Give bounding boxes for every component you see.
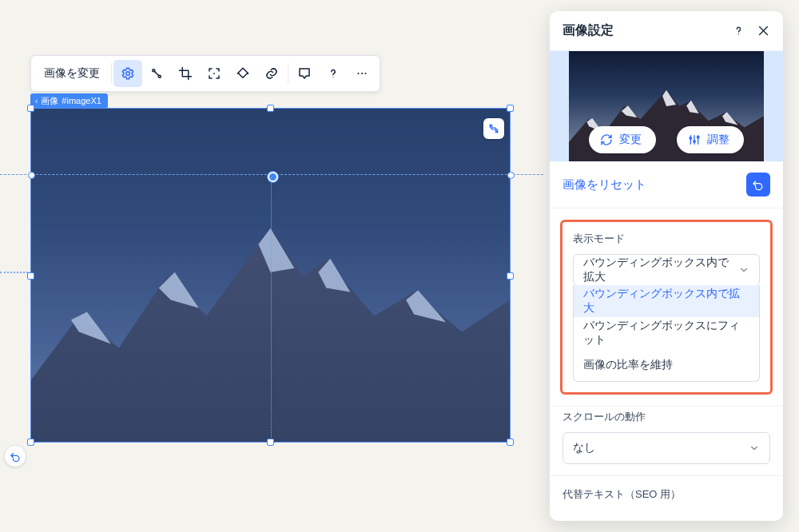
change-image-pill[interactable]: 変更	[589, 126, 656, 153]
help-icon[interactable]	[319, 60, 348, 87]
change-image-button[interactable]: 画像を変更	[34, 60, 109, 87]
svg-point-7	[364, 73, 366, 74]
reset-icon-button[interactable]	[746, 173, 770, 197]
settings-icon[interactable]	[113, 60, 142, 87]
svg-point-6	[361, 73, 363, 74]
more-icon[interactable]	[348, 60, 376, 87]
chevron-down-icon	[749, 443, 760, 454]
comment-icon[interactable]	[290, 60, 319, 87]
scroll-behavior-select[interactable]: なし	[562, 432, 770, 464]
display-mode-option[interactable]: バウンディングボックス内で拡大	[574, 285, 759, 317]
undo-button[interactable]	[4, 445, 26, 467]
link-icon[interactable]	[257, 60, 286, 87]
separator	[111, 63, 112, 84]
display-mode-option[interactable]: バウンディングボックスにフィット	[574, 317, 759, 349]
adjust-image-pill[interactable]: 調整	[677, 126, 744, 153]
close-icon[interactable]	[757, 24, 770, 38]
image-preview: 変更 調整	[550, 51, 783, 161]
focal-handle[interactable]	[268, 172, 278, 182]
separator	[288, 63, 288, 84]
scroll-behavior-value: なし	[573, 441, 595, 455]
adjust-pill-label: 調整	[707, 133, 729, 147]
display-mode-value: バウンディングボックス内で拡大	[583, 256, 738, 284]
alt-text-label: 代替テキスト（SEO 用）	[562, 487, 770, 502]
animation-icon[interactable]	[142, 60, 171, 87]
resize-handle-tr[interactable]	[507, 105, 514, 112]
svg-point-5	[357, 73, 359, 74]
alt-text-section: 代替テキスト（SEO 用）	[550, 476, 783, 521]
display-mode-label: 表示モード	[573, 232, 760, 246]
crop-icon[interactable]	[171, 60, 200, 87]
chevron-down-icon	[738, 264, 749, 276]
display-mode-section: 表示モード バウンディングボックス内で拡大 バウンディングボックス内で拡大 バウ…	[550, 208, 783, 407]
change-pill-label: 変更	[619, 133, 642, 147]
resize-handle-mr[interactable]	[507, 272, 514, 280]
reset-row: 画像をリセット	[550, 161, 783, 208]
panel-title: 画像設定	[562, 22, 614, 39]
image-toolbar: 画像を変更	[30, 55, 380, 92]
resize-handle-tl[interactable]	[27, 105, 34, 112]
element-tag-prefix: 画像	[41, 97, 58, 105]
vertical-guide	[271, 177, 272, 441]
image-settings-panel: 画像設定	[550, 11, 783, 521]
reset-image-link[interactable]: 画像をリセット	[562, 177, 646, 193]
panel-header: 画像設定	[550, 11, 783, 51]
scroll-behavior-label: スクロールの動作	[562, 410, 770, 424]
resize-handle-br[interactable]	[507, 439, 514, 446]
resize-handle-tc[interactable]	[267, 105, 274, 112]
display-mode-dropdown: バウンディングボックス内で拡大 バウンディングボックスにフィット 画像の比率を維…	[573, 285, 760, 382]
chevron-left-icon: ‹	[35, 97, 38, 105]
svg-point-3	[213, 73, 215, 74]
svg-point-4	[332, 77, 333, 77]
panel-help-icon[interactable]	[732, 24, 745, 38]
resize-handle-bl[interactable]	[27, 439, 34, 446]
expand-icon[interactable]	[483, 118, 504, 139]
resize-handle-ml[interactable]	[27, 272, 34, 280]
scroll-behavior-section: スクロールの動作 なし	[550, 407, 783, 476]
highlight-box: 表示モード バウンディングボックス内で拡大 バウンディングボックス内で拡大 バウ…	[560, 220, 773, 395]
element-tag[interactable]: ‹ 画像 #imageX1	[30, 93, 108, 109]
svg-point-0	[126, 72, 130, 76]
element-tag-id: #imageX1	[62, 97, 101, 105]
focal-point-icon[interactable]	[200, 60, 229, 87]
resize-handle-bc[interactable]	[267, 439, 274, 446]
mask-icon[interactable]	[229, 60, 257, 87]
display-mode-option[interactable]: 画像の比率を維持	[574, 349, 759, 381]
display-mode-select[interactable]: バウンディングボックス内で拡大	[573, 254, 760, 286]
svg-point-9	[738, 34, 739, 34]
